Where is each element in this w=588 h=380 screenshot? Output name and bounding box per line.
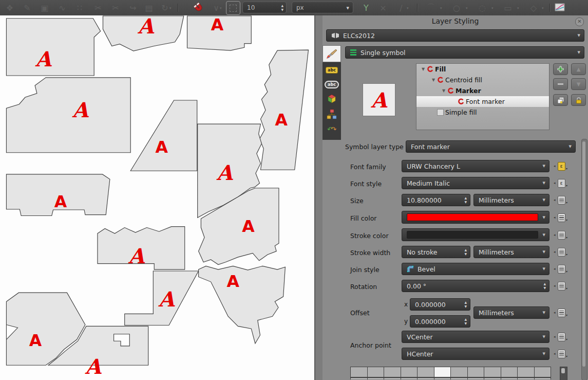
character-cell[interactable] — [417, 367, 434, 377]
symbol-tree-row[interactable]: Font marker — [416, 96, 549, 107]
layer-select-combo[interactable]: ELCs2012 ▼ — [326, 29, 584, 42]
stroke-color-override-button[interactable]: ◂▾ — [554, 229, 567, 241]
character-cell[interactable] — [517, 367, 534, 377]
size-unit-combo[interactable]: Millimeters▼ — [473, 194, 549, 206]
anchor-horizontal-override-button[interactable]: ◂▾ — [554, 348, 567, 359]
renderer-combo[interactable]: Single symbol ▼ — [345, 46, 584, 59]
symbol-tree-row[interactable]: ▼Marker — [416, 85, 549, 96]
character-cell[interactable] — [517, 377, 534, 379]
stroke-width-unit-combo[interactable]: Millimeters▼ — [473, 246, 549, 258]
tab-3d-view[interactable] — [325, 93, 338, 104]
map-canvas[interactable]: AAAAAAAAAAAAAA — [0, 15, 314, 380]
offset-override-button[interactable]: ◂▾ — [554, 307, 567, 318]
offset-unit-combo[interactable]: Millimeters▼ — [473, 306, 549, 319]
tab-labels[interactable]: abc — [325, 64, 338, 76]
character-cell[interactable] — [467, 367, 484, 377]
character-cell[interactable] — [350, 377, 367, 379]
delete-tool-icon[interactable]: × — [376, 0, 390, 15]
character-cell[interactable] — [534, 367, 552, 377]
attributes-icon[interactable]: ▤ — [142, 0, 156, 15]
join-style-combo[interactable]: Bevel▼ — [402, 263, 549, 275]
font-style-override-button[interactable]: ◂ε▾ — [554, 177, 567, 189]
expand-arrow-icon[interactable]: ▼ — [430, 78, 437, 82]
spin-arrows-icon[interactable]: ▲▼ — [281, 4, 283, 12]
snapping-magnet-icon[interactable] — [193, 2, 204, 15]
circular-string-icon[interactable]: ⌒ — [424, 0, 438, 15]
duplicate-symbol-layer-button[interactable] — [553, 94, 568, 106]
reshape-icon[interactable]: ↪ — [126, 0, 140, 15]
font-style-combo[interactable]: Medium Italic▼ — [402, 177, 549, 189]
add-record-icon[interactable]: ∷ — [73, 0, 86, 15]
character-cell[interactable] — [384, 377, 401, 379]
offset-x-spinbox[interactable]: 0.000000▲▼ — [410, 298, 470, 311]
tab-symbology[interactable] — [323, 45, 341, 62]
close-icon[interactable]: ✕ — [575, 17, 584, 26]
font-family-combo[interactable]: URW Chancery L▼ — [402, 160, 549, 172]
save-edits-icon[interactable]: ▣ — [38, 0, 51, 15]
character-cell[interactable] — [467, 377, 484, 379]
character-cell[interactable] — [350, 367, 367, 377]
anchor-horizontal-combo[interactable]: HCenter▼ — [402, 348, 549, 360]
symbol-layer-type-combo[interactable]: Font marker▼ — [406, 140, 576, 153]
add-symbol-layer-button[interactable] — [553, 63, 568, 75]
tab-history[interactable]: ↶↷ — [325, 124, 338, 135]
character-cell[interactable] — [484, 367, 501, 377]
anchor-vertical-combo[interactable]: VCenter▼ — [402, 331, 549, 343]
rotation-override-button[interactable]: ◂▾ — [554, 280, 567, 292]
fill-color-combo[interactable]: ▼ — [402, 211, 549, 224]
character-cell[interactable] — [401, 377, 418, 379]
remove-symbol-layer-button[interactable] — [553, 78, 568, 90]
tracing-button[interactable] — [226, 1, 240, 15]
toggle-editing-icon[interactable]: ✎ — [21, 0, 34, 15]
character-cell[interactable] — [534, 377, 552, 379]
topology-icon[interactable]: Y — [359, 0, 373, 15]
rotation-spinbox[interactable]: 0.00 °▲▼ — [402, 280, 549, 292]
character-cell[interactable] — [434, 367, 451, 377]
expand-arrow-icon[interactable]: ▼ — [440, 88, 447, 93]
lock-color-button[interactable] — [571, 94, 586, 106]
ellipse-tool-icon[interactable]: ◌ — [476, 0, 489, 15]
symbol-tree-row[interactable]: Simple fill — [416, 107, 549, 118]
character-cell[interactable] — [434, 377, 451, 379]
split-parts-icon[interactable]: ✂ — [109, 0, 122, 15]
stroke-width-spinbox[interactable]: No stroke▲▼ — [402, 246, 470, 258]
character-cell[interactable] — [367, 367, 384, 377]
symbol-tree-row[interactable]: ▼Fill — [416, 64, 549, 75]
rotate-feature-icon[interactable]: ↻ — [158, 0, 172, 15]
vertex-tool-icon[interactable]: ∨ — [210, 0, 223, 15]
size-override-button[interactable]: ◂▾ — [554, 194, 567, 206]
scrollbar-handle[interactable] — [582, 141, 585, 367]
character-cell[interactable] — [450, 367, 467, 377]
character-cell[interactable] — [367, 377, 384, 379]
character-cell[interactable] — [417, 377, 434, 379]
tab-masks[interactable]: abc — [325, 79, 338, 90]
circle-tool-icon[interactable]: ○ — [450, 0, 463, 15]
character-selector-grid[interactable] — [350, 367, 551, 379]
character-cell[interactable] — [384, 367, 401, 377]
move-down-button[interactable]: ▼ — [571, 78, 586, 90]
stroke-color-combo[interactable]: ▼ — [402, 228, 549, 241]
offset-y-spinbox[interactable]: 0.000000▲▼ — [410, 315, 470, 328]
elevation-profile-icon[interactable] — [555, 3, 565, 14]
symbol-layer-tree[interactable]: ▼Fill▼Centroid fill▼MarkerFont markerSim… — [416, 63, 549, 130]
split-features-icon[interactable]: ✂ — [91, 0, 105, 15]
tracing-unit-combo[interactable]: px ▼ — [292, 2, 353, 13]
character-cell[interactable] — [501, 377, 518, 379]
panel-scrollbar[interactable] — [581, 139, 587, 380]
anchor-vertical-override-button[interactable]: ◂▾ — [554, 331, 567, 342]
symbol-tree-row[interactable]: ▼Centroid fill — [416, 75, 549, 85]
join-style-override-button[interactable]: ◂▾ — [554, 263, 567, 275]
rectangle-tool-icon[interactable]: ▭ — [501, 0, 515, 15]
stroke-width-override-button[interactable]: ◂▾ — [554, 246, 567, 258]
font-family-override-button[interactable]: ◂ε▾ — [554, 160, 567, 172]
character-cell[interactable] — [484, 377, 501, 379]
offset-curve-icon[interactable]: ∕ — [394, 0, 408, 15]
character-grid-scrollbar[interactable] — [560, 367, 567, 380]
size-spinbox[interactable]: 10.800000▲▼ — [402, 194, 470, 206]
tab-diagrams[interactable] — [325, 108, 338, 120]
character-cell[interactable] — [450, 377, 467, 379]
character-cell[interactable] — [501, 367, 518, 377]
fill-color-override-button[interactable]: ◂▾ — [554, 212, 567, 223]
expand-arrow-icon[interactable]: ▼ — [420, 67, 427, 71]
digitize-curve-icon[interactable]: ∿ — [55, 0, 69, 15]
